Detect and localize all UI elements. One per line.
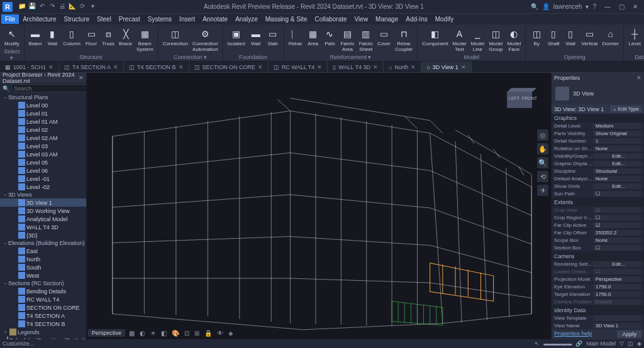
tree-item-analyticalmodel[interactable]: Analytical Model — [0, 215, 86, 223]
reveal-icon[interactable]: ◈ — [227, 330, 235, 337]
panel-close-icon[interactable]: ✕ — [79, 75, 84, 81]
tool-floor[interactable]: ▭Floor — [83, 26, 99, 53]
tool-dormer[interactable]: ⌂Dormer — [600, 26, 621, 53]
lock-icon[interactable]: 🔒 — [203, 330, 213, 337]
menu-file[interactable]: File — [1, 14, 19, 24]
tree-item-level02am[interactable]: Level 02 AM — [0, 134, 86, 142]
user-dropdown-icon[interactable]: ▾ — [586, 3, 589, 10]
tree-group-3dviews[interactable]: −3D Views — [0, 191, 86, 198]
tool-wall[interactable]: ▯Wall — [562, 26, 579, 53]
qat-measure-icon[interactable]: 📐 — [68, 3, 77, 11]
doc-tab-wallt43d[interactable]: ▯WALL T4 3D✕ — [328, 62, 384, 72]
tool-wall[interactable]: ▮Wall — [44, 26, 60, 53]
user-name[interactable]: lawrenceh — [553, 3, 582, 10]
prop-value[interactable]: None — [593, 237, 641, 243]
prop-value[interactable]: Medium — [593, 123, 641, 129]
menu-modify[interactable]: Modify — [431, 14, 457, 24]
prop-value[interactable]: 1 — [593, 138, 641, 144]
menu-architecture[interactable]: Architecture — [19, 14, 60, 24]
tree-item-t4sectiona[interactable]: T4 SECTION A — [0, 312, 86, 320]
prop-value[interactable]: None — [593, 176, 641, 182]
panel-close-icon[interactable]: ✕ — [636, 75, 641, 81]
edit-type-button[interactable]: ⌄ Edit Type — [610, 106, 641, 112]
prop-group-extents[interactable]: Extents — [552, 198, 644, 207]
tree-item-level02[interactable]: Level 02 — [0, 126, 86, 134]
tool-cover[interactable]: ▭Cover — [375, 26, 392, 53]
tree-item-north[interactable]: North — [0, 255, 86, 263]
expand-icon[interactable]: − — [3, 241, 8, 246]
tool-component[interactable]: ◧Component — [420, 26, 450, 53]
menu-insert[interactable]: Insert — [175, 14, 199, 24]
menu-analyze[interactable]: Analyze — [231, 14, 262, 24]
3d-viewport[interactable]: LEFT FRONT ◎ ✋ 🔍 ⟲ ✈ Perspective ▦ ◐ ☀ ◧… — [87, 73, 551, 339]
prop-group-camera[interactable]: Camera — [552, 252, 644, 261]
tree-item-level01[interactable]: Level 01 — [0, 109, 86, 117]
menu-annotate[interactable]: Annotate — [199, 14, 231, 24]
expand-icon[interactable]: + — [3, 329, 8, 335]
doc-tab-t4sectionb[interactable]: ◫T4 SECTION B✕ — [124, 62, 189, 72]
prop-value[interactable] — [593, 222, 641, 228]
tool-connection[interactable]: ◫Connection — [161, 26, 190, 53]
qat-sync-icon[interactable]: ⟳ — [78, 3, 87, 11]
tab-close-icon[interactable]: ✕ — [48, 64, 53, 70]
search-icon[interactable]: 🔍 — [3, 85, 9, 92]
qat-open-icon[interactable]: 📁 — [18, 3, 26, 11]
qat-more-icon[interactable]: ▾ — [88, 3, 97, 11]
tool-slab[interactable]: ▭Slab — [265, 26, 281, 53]
prop-value[interactable]: Structural — [593, 168, 641, 174]
qat-redo-icon[interactable]: ↷ — [48, 3, 57, 11]
prop-value[interactable] — [593, 215, 641, 220]
tree-item-3dworkingview[interactable]: 3D Working View — [0, 207, 86, 215]
tree-group-sectionsrcsection[interactable]: −Sections (RC Section) — [0, 280, 86, 287]
view-cube[interactable]: LEFT FRONT — [507, 88, 535, 116]
status-worksets-icon[interactable]: ◫ — [628, 340, 633, 347]
prop-value[interactable]: 3D View 1 — [593, 323, 641, 329]
prop-value[interactable]: Explicit — [593, 299, 641, 305]
tree-item-level00[interactable]: Level 00 — [0, 101, 86, 109]
prop-group-graphics[interactable]: Graphics — [552, 114, 644, 122]
shadows-icon[interactable]: ◧ — [160, 330, 168, 337]
status-customize[interactable]: Customize... — [3, 340, 34, 347]
tool-path[interactable]: ∿Path — [321, 26, 338, 53]
tool-level[interactable]: ┼Level — [626, 26, 643, 53]
cube-left-face[interactable]: LEFT — [509, 96, 519, 101]
tab-close-icon[interactable]: ✕ — [258, 64, 263, 70]
tool-isolated[interactable]: ▣Isolated — [226, 26, 247, 53]
tree-item-level06[interactable]: Level 06 — [0, 166, 86, 175]
tool-model-line[interactable]: ⎯ModelLine — [469, 26, 486, 53]
tree-group-legends[interactable]: +Legends — [0, 328, 86, 336]
menu-addins[interactable]: Add-Ins — [402, 14, 431, 24]
status-select-icon[interactable]: ↖ — [535, 340, 540, 347]
steering-wheel-icon[interactable]: ◎ — [537, 129, 548, 141]
tree-item-level01am[interactable]: Level 01 AM — [0, 117, 86, 126]
render-icon[interactable]: 🎨 — [170, 330, 180, 337]
tree-item-bendingdetails[interactable]: Bending Details — [0, 287, 86, 295]
zoom-icon[interactable]: 🔍 — [537, 157, 548, 168]
tool-fabric-sheet[interactable]: ▥FabricSheet — [357, 26, 375, 53]
tree-group-elevationsbuildingelevation[interactable]: −Elevations (Building Elevation) — [0, 239, 86, 247]
tree-group-structuralplans[interactable]: −Structural Plans — [0, 94, 86, 101]
detail-level-icon[interactable]: ▦ — [128, 330, 136, 337]
tree-item-rcwallt4[interactable]: RC WALL T4 — [0, 295, 86, 303]
status-main-model[interactable]: Main Model — [586, 340, 616, 347]
tree-item-sectiononcore[interactable]: SECTION ON CORE — [0, 303, 86, 312]
tree-item-3dview1[interactable]: 3D View 1 — [0, 198, 86, 207]
qat-print-icon[interactable]: 🖨 — [58, 3, 67, 11]
doc-tab-rcwallt4[interactable]: ◫RC WALL T4✕ — [269, 62, 328, 72]
tool-column[interactable]: ▯Column — [61, 26, 82, 53]
tool-by[interactable]: ◫By — [528, 26, 545, 53]
prop-value[interactable]: Show Original — [593, 131, 641, 136]
tool-beam-system[interactable]: ▦BeamSystem — [135, 26, 155, 53]
tab-close-icon[interactable]: ✕ — [461, 64, 466, 70]
doc-tab-3dview1[interactable]: ⌂3D View 1✕ — [421, 62, 471, 72]
prop-value[interactable] — [593, 315, 641, 321]
menu-massingsite[interactable]: Massing & Site — [262, 14, 311, 24]
project-search-input[interactable] — [11, 84, 87, 92]
prop-group-identitydata[interactable]: Identity Data — [552, 306, 644, 315]
tree-item-level03[interactable]: Level 03 — [0, 142, 86, 150]
sun-path-icon[interactable]: ☀ — [149, 330, 157, 337]
doc-tab-north[interactable]: ⌂North✕ — [384, 62, 421, 72]
tool-rebar[interactable]: ⎸Rebar — [287, 26, 304, 53]
prop-value[interactable] — [593, 269, 641, 275]
send-icon[interactable]: ✈ — [537, 185, 548, 196]
